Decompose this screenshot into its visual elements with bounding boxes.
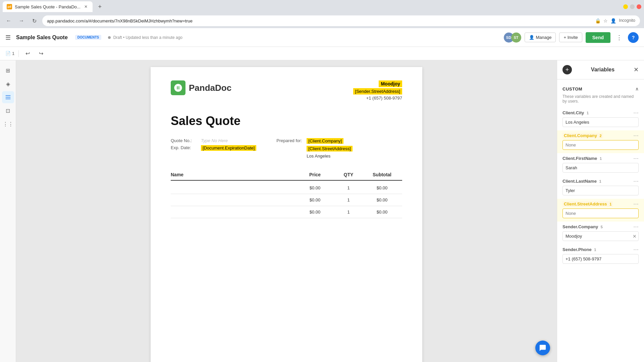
browser-tab[interactable]: pd Sample Sales Quote - PandaDo... ✕ — [3, 1, 93, 12]
client-city-row: Los Angeles — [276, 154, 352, 159]
variable-more-btn[interactable]: ⋯ — [633, 110, 639, 116]
refresh-button[interactable]: ↻ — [30, 16, 39, 25]
manage-icon: 👤 — [529, 35, 534, 40]
variables-icon[interactable] — [2, 91, 14, 103]
variable-streetaddress-input[interactable] — [562, 208, 639, 218]
prepared-for-row: Prepared for: [Client.Company] — [276, 138, 352, 144]
tab-title: Sample Sales Quote - PandaDo... — [15, 4, 80, 9]
toolbar-separator — [18, 50, 19, 57]
variable-name-row: Client.FirstName 1 ⋯ — [562, 155, 639, 162]
doc-title: Sample Sales Quote — [16, 35, 68, 41]
forward-button[interactable]: → — [17, 16, 26, 25]
variables-content: CUSTOM ∧ These variables are created and… — [557, 79, 644, 362]
row3-subtotal: $0.00 — [362, 209, 402, 215]
manage-button[interactable]: 👤 Manage — [525, 33, 556, 42]
prepared-label: Prepared for: — [276, 138, 303, 144]
variable-company-input[interactable] — [562, 140, 639, 150]
row1-price: $0.00 — [295, 185, 335, 190]
invite-button[interactable]: + Invite — [559, 33, 582, 42]
company-phone-text: +1 (657) 508-9797 — [353, 96, 402, 101]
variable-firstname-input[interactable] — [562, 163, 639, 173]
svg-rect-1 — [5, 97, 10, 98]
custom-header: CUSTOM ∧ — [557, 83, 644, 94]
row2-subtotal: $0.00 — [362, 197, 402, 202]
variable-sender-company-input[interactable] — [562, 231, 639, 241]
row2-name — [171, 197, 295, 202]
variable-client-streetaddress: Client.StreetAddress 1 ⋯ — [557, 199, 644, 222]
row1-qty: 1 — [335, 185, 362, 190]
address-bar[interactable]: app.pandadoc.com/a/#/documents/7nX98nBSk… — [42, 15, 640, 26]
panel-header: + Variables ✕ — [557, 60, 644, 79]
variable-sender-phone-input[interactable] — [562, 254, 639, 264]
shield-icon: 🔒 — [595, 18, 601, 23]
redo-button[interactable]: ↪ — [36, 49, 46, 58]
variable-count: 1 — [594, 248, 596, 252]
status-dot — [108, 36, 111, 39]
help-button[interactable]: ? — [628, 32, 639, 43]
variable-lastname-input[interactable] — [562, 186, 639, 195]
col-name: Name — [171, 172, 295, 177]
row1-subtotal: $0.00 — [362, 185, 402, 190]
client-company-var: [Client.Company] — [307, 138, 343, 144]
star-icon[interactable]: ☆ — [603, 18, 608, 23]
custom-section: CUSTOM ∧ These variables are created and… — [557, 83, 644, 267]
variable-name-row: Client.LastName 1 ⋯ — [562, 178, 639, 184]
variable-client-firstname: Client.FirstName 1 ⋯ — [557, 153, 644, 176]
doc-meta-left: Quote No.: Type No Here Exp. Date: [Docu… — [171, 138, 256, 159]
page-icon: 📄 — [5, 51, 11, 56]
close-btn[interactable] — [637, 4, 641, 9]
app-header: ☰ Sample Sales Quote DOCUMENTS Draft • U… — [0, 28, 644, 47]
document-page: PandaDoc Moodjoy [Sender.StreetAddress] … — [151, 67, 422, 362]
variables-panel: + Variables ✕ CUSTOM ∧ These variables a… — [557, 60, 644, 362]
panel-close-button[interactable]: ✕ — [634, 66, 639, 73]
table-row: $0.00 1 $0.00 — [171, 194, 402, 206]
variable-city-input[interactable] — [562, 117, 639, 127]
company-name-text: Moodjoy — [379, 80, 402, 87]
col-subtotal: Subtotal — [362, 172, 402, 177]
variable-more-btn[interactable]: ⋯ — [633, 155, 639, 162]
variable-more-btn[interactable]: ⋯ — [633, 132, 639, 139]
undo-button[interactable]: ↩ — [23, 49, 32, 58]
minimize-btn[interactable] — [623, 4, 628, 9]
maximize-btn[interactable] — [630, 4, 635, 9]
custom-chevron-icon[interactable]: ∧ — [635, 86, 639, 92]
variable-more-btn[interactable]: ⋯ — [633, 246, 639, 253]
variable-more-btn[interactable]: ⋯ — [633, 224, 639, 230]
variable-more-btn[interactable]: ⋯ — [633, 178, 639, 184]
panel-add-button[interactable]: + — [562, 65, 572, 74]
toolbar: 📄 1 ↩ ↪ — [0, 47, 644, 60]
variable-name-row: Client.StreetAddress 1 ⋯ — [562, 201, 639, 207]
url-text: app.pandadoc.com/a/#/documents/7nX98nBSk… — [47, 18, 193, 23]
exp-date-row: Exp. Date: [Document.ExpirationDate] — [171, 145, 256, 151]
document-table: Name Price QTY Subtotal $0.00 1 $0.00 $0… — [171, 172, 402, 218]
variable-more-btn[interactable]: ⋯ — [633, 201, 639, 207]
doc-meta-row: Quote No.: Type No Here Exp. Date: [Docu… — [171, 138, 402, 159]
variable-client-city: Client.City 1 ⋯ — [557, 108, 644, 130]
more-options-button[interactable]: ⋮ — [614, 32, 625, 43]
quote-no-value: Type No Here — [201, 138, 228, 143]
svg-rect-2 — [5, 99, 10, 99]
shapes-icon[interactable]: ◈ — [2, 78, 14, 90]
tab-close-btn[interactable]: ✕ — [83, 4, 89, 9]
row2-qty: 1 — [335, 197, 362, 202]
variable-count: 1 — [587, 111, 589, 115]
layers-icon[interactable]: ⊞ — [2, 64, 14, 76]
apps-icon[interactable]: ⋮⋮ — [2, 118, 14, 130]
new-tab-button[interactable]: + — [95, 2, 105, 11]
fields-icon[interactable]: ⊡ — [2, 105, 14, 117]
menu-icon[interactable]: ☰ — [5, 34, 11, 41]
chat-bubble-button[interactable] — [535, 341, 550, 355]
profile-icon[interactable]: 👤 — [610, 18, 616, 23]
table-row: $0.00 1 $0.00 — [171, 182, 402, 194]
header-right: SD ST 👤 Manage + Invite Send ⋮ ? — [504, 32, 639, 43]
tab-favicon: pd — [7, 4, 12, 9]
send-button[interactable]: Send — [586, 32, 610, 43]
table-row: $0.00 1 $0.00 — [171, 206, 402, 218]
clear-sender-company-btn[interactable]: ✕ — [633, 234, 637, 239]
back-button[interactable]: ← — [4, 16, 13, 25]
sender-company-field: ✕ — [562, 231, 639, 241]
custom-title: CUSTOM — [562, 86, 582, 92]
col-qty: QTY — [335, 172, 362, 177]
variable-sender-company: Sender.Company 5 ⋯ ✕ — [557, 222, 644, 244]
variable-client-lastname: Client.LastName 1 ⋯ — [557, 176, 644, 199]
